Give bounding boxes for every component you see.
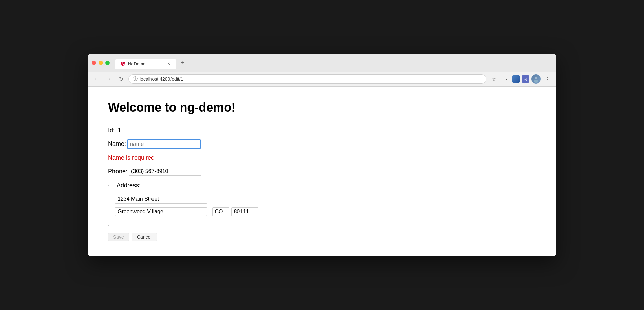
id-value: 1 xyxy=(118,125,121,136)
svg-point-3 xyxy=(534,80,538,83)
cancel-button[interactable]: Cancel xyxy=(132,233,157,241)
more-menu-icon[interactable]: ⋮ xyxy=(543,74,552,84)
address-comma: , xyxy=(209,207,210,217)
address-text: localhost:4200/edit/1 xyxy=(140,76,482,82)
svg-point-2 xyxy=(535,77,537,79)
title-bar-top: NgDemo × + xyxy=(92,57,552,69)
street-input[interactable] xyxy=(115,195,207,204)
toolbar-icons: ☆ 🛡 i {=} ⋮ xyxy=(489,74,552,84)
name-error: Name is required xyxy=(108,152,536,163)
phone-row: Phone: xyxy=(108,166,536,177)
maximize-button[interactable] xyxy=(105,61,110,65)
tab-close-button[interactable]: × xyxy=(166,61,172,66)
phone-label: Phone: xyxy=(108,166,127,177)
active-tab[interactable]: NgDemo × xyxy=(115,59,176,69)
form-section: Id: 1 Name: Name is required Phone: Addr… xyxy=(108,125,536,241)
street-row xyxy=(115,195,522,204)
back-button[interactable]: ← xyxy=(92,74,101,84)
address-input-wrapper[interactable]: ⓘ localhost:4200/edit/1 xyxy=(128,74,486,84)
close-button[interactable] xyxy=(92,61,96,65)
page-title: Welcome to ng-demo! xyxy=(108,100,536,115)
info-icon: ⓘ xyxy=(133,76,138,82)
save-button[interactable]: Save xyxy=(108,233,129,241)
profile-avatar[interactable] xyxy=(531,74,541,84)
page-content: Welcome to ng-demo! Id: 1 Name: Name is … xyxy=(88,87,556,256)
url-path: :4200/edit/1 xyxy=(158,76,183,82)
id-label: Id: xyxy=(108,125,115,136)
title-bar: NgDemo × + xyxy=(88,54,556,72)
state-input[interactable] xyxy=(212,207,229,216)
extension1-icon[interactable]: i xyxy=(512,75,520,83)
bookmark-icon[interactable]: ☆ xyxy=(489,74,499,84)
reload-button[interactable]: ↻ xyxy=(116,74,126,84)
address-bar: ← → ↻ ⓘ localhost:4200/edit/1 ☆ 🛡 i {=} xyxy=(88,72,556,87)
buttons-row: Save Cancel xyxy=(108,233,536,241)
address-legend: Address: xyxy=(115,180,142,191)
browser-window: NgDemo × + ← → ↻ ⓘ localhost:4200/edit/1… xyxy=(88,54,556,256)
address-fieldset: Address: , xyxy=(108,180,529,226)
city-state-zip-row: , xyxy=(115,207,522,217)
minimize-button[interactable] xyxy=(99,61,103,65)
city-input[interactable] xyxy=(115,207,207,216)
url-scheme: localhost xyxy=(140,76,158,82)
svg-marker-1 xyxy=(123,62,125,66)
tab-label: NgDemo xyxy=(128,61,145,66)
name-input[interactable] xyxy=(127,139,201,149)
zip-input[interactable] xyxy=(231,207,258,216)
name-row: Name: xyxy=(108,138,536,149)
tab-bar: NgDemo × + xyxy=(115,57,188,69)
id-row: Id: 1 xyxy=(108,125,536,136)
traffic-lights xyxy=(92,61,110,65)
forward-button[interactable]: → xyxy=(104,74,113,84)
extension2-icon[interactable]: {=} xyxy=(522,75,529,83)
tab-favicon xyxy=(120,61,125,66)
phone-input[interactable] xyxy=(129,167,201,176)
new-tab-button[interactable]: + xyxy=(178,57,188,69)
name-label: Name: xyxy=(108,138,126,149)
shields-icon[interactable]: 🛡 xyxy=(501,74,510,84)
